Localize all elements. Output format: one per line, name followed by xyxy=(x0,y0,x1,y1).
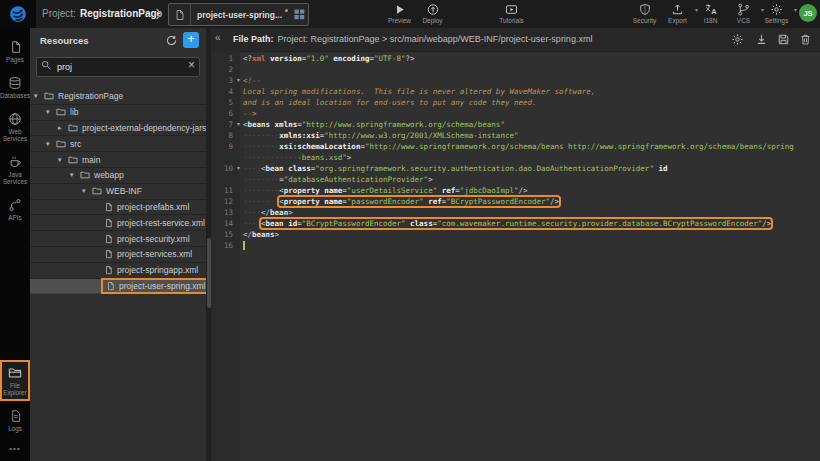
code-token: xsi:schemaLocation xyxy=(279,142,360,151)
chevron-down-icon xyxy=(794,6,797,13)
code-line[interactable]: 8 ········xmlns:xsi="http://www.w3.org/2… xyxy=(211,130,820,141)
more-options-button[interactable] xyxy=(0,440,30,457)
code-line[interactable]: 5 and is an ideal location for end-users… xyxy=(211,97,820,108)
tree-label: project-springapp.xml xyxy=(117,265,198,275)
code-line-content: ········="databaseAuthenticationProvider… xyxy=(240,174,433,185)
editor-settings-gear-icon[interactable] xyxy=(731,33,744,46)
i18n-button[interactable]: A I18N xyxy=(694,2,727,24)
code-token: bean xyxy=(270,208,288,217)
file-path-value: Project: RegistrationPage > src/main/web… xyxy=(278,34,593,44)
tree-expand-arrow[interactable]: ▾ xyxy=(70,171,80,179)
tree-row[interactable]: project-security.xml xyxy=(30,231,206,247)
code-line[interactable]: 11 ········<property name="userDetailsSe… xyxy=(211,185,820,196)
sidebar-item-web-services[interactable]: Web Services xyxy=(1,107,29,146)
settings-button[interactable]: Settings xyxy=(760,2,793,24)
code-token: > xyxy=(428,175,433,184)
collapse-panel-button[interactable] xyxy=(215,32,221,43)
gear-icon xyxy=(770,3,783,16)
code-line[interactable]: 12 ········<property name="passwordEncod… xyxy=(211,196,820,207)
tree-expand-arrow[interactable]: ▸ xyxy=(58,124,68,132)
resources-title: Resources xyxy=(40,35,89,46)
code-line[interactable]: 7 <beans xmlns="http://www.springframewo… xyxy=(211,119,820,130)
code-line[interactable]: 14 ····<bean id="BCryptPasswordEncoder" … xyxy=(211,218,820,229)
shield-icon xyxy=(639,3,651,16)
tree-row[interactable]: ▾ lib xyxy=(30,105,206,121)
tree-row[interactable]: ▾ WEB-INF xyxy=(30,184,206,200)
tree-row[interactable]: ▾ main xyxy=(30,152,206,168)
tree-expand-arrow[interactable]: ▾ xyxy=(46,108,56,116)
code-line[interactable]: 3 <!-- xyxy=(211,75,820,86)
code-line[interactable]: ········="databaseAuthenticationProvider… xyxy=(211,174,820,185)
tutorials-button[interactable]: Tutorials xyxy=(495,2,528,24)
sidebar-item-java-services[interactable]: Java Services xyxy=(1,150,29,189)
code-token: ?> xyxy=(406,54,415,63)
code-line-content: <?xml version="1.0" encoding="UTF-8"?> xyxy=(240,53,415,64)
file-icon xyxy=(104,249,113,259)
grid-icon[interactable] xyxy=(290,9,308,20)
search-input[interactable] xyxy=(36,57,200,77)
tree-row[interactable]: project-springapp.xml xyxy=(30,263,206,279)
save-icon[interactable] xyxy=(777,33,790,46)
deploy-button[interactable]: Deploy xyxy=(416,2,449,24)
code-token: class xyxy=(410,219,433,228)
line-number: 1 xyxy=(211,53,240,64)
tree-row[interactable]: ▸ project-external-dependency-jars xyxy=(30,121,206,137)
tab-project-user-spring[interactable]: project-user-spring... xyxy=(168,3,309,26)
code-line[interactable]: 6 --> xyxy=(211,108,820,119)
download-icon[interactable] xyxy=(755,33,768,46)
code-line[interactable]: 13 ····</bean> xyxy=(211,207,820,218)
fold-arrow-icon[interactable] xyxy=(237,119,240,130)
code-line[interactable]: 2 xyxy=(211,64,820,75)
line-number: 12 xyxy=(211,196,240,207)
sidebar-item-label: APIs xyxy=(8,214,21,221)
scrollbar-thumb[interactable] xyxy=(207,238,211,308)
user-avatar[interactable]: JS xyxy=(799,4,817,22)
sidebar-item-apis[interactable]: APIs xyxy=(1,193,29,225)
tree-row[interactable]: project-user-spring.xml xyxy=(30,279,206,295)
tree-row[interactable]: ▾ webapp xyxy=(30,168,206,184)
code-line[interactable]: 4 Local spring modifications. This file … xyxy=(211,86,820,97)
tree-row[interactable]: ▾ RegistrationPage xyxy=(30,89,206,105)
code-line[interactable]: 1 <?xml version="1.0" encoding="UTF-8"?> xyxy=(211,53,820,64)
sidebar-item-databases[interactable]: Databases xyxy=(1,71,29,103)
delete-icon[interactable] xyxy=(799,33,812,46)
code-line[interactable]: 10 ····<bean class="org.springframework.… xyxy=(211,163,820,174)
security-button[interactable]: Security xyxy=(628,2,661,24)
code-line[interactable]: 16 xyxy=(211,240,820,251)
code-token: encoding xyxy=(333,54,369,63)
tree-expand-arrow[interactable]: ▾ xyxy=(58,156,68,164)
play-icon xyxy=(394,3,406,16)
preview-button[interactable]: Preview xyxy=(383,2,416,24)
refresh-icon[interactable] xyxy=(165,34,178,47)
tree-row[interactable]: ▾ src xyxy=(30,136,206,152)
sidebar-item-logs[interactable]: Logs xyxy=(1,404,29,436)
code-token: ········ xyxy=(243,142,279,151)
tree-expand-arrow[interactable]: ▾ xyxy=(34,92,44,100)
code-line[interactable]: 9 ········xsi:schemaLocation="http://www… xyxy=(211,141,820,152)
tree-label: project-external-dependency-jars xyxy=(82,123,206,133)
tree-row[interactable]: project-rest-service.xml xyxy=(30,215,206,231)
tree-expand-arrow[interactable]: ▾ xyxy=(82,187,92,195)
fold-arrow-icon[interactable] xyxy=(237,163,240,174)
sidebar-item-pages[interactable]: Pages xyxy=(1,35,29,67)
tree-row[interactable]: project-prefabs.xml xyxy=(30,200,206,216)
code-line[interactable]: 15 </beans> xyxy=(211,229,820,240)
code-token: bean xyxy=(266,219,284,228)
add-resource-button[interactable] xyxy=(183,32,199,48)
wavemaker-logo[interactable] xyxy=(0,0,36,28)
code-line[interactable]: ············-beans.xsd"> xyxy=(211,152,820,163)
vcs-button[interactable]: VCS xyxy=(727,2,760,24)
code-token: "http://www.springframework.org/schema/b… xyxy=(302,120,505,129)
tree-row[interactable]: project-services.xml xyxy=(30,247,206,263)
fold-arrow-icon[interactable] xyxy=(237,75,240,86)
export-button[interactable]: Export xyxy=(661,2,694,24)
tree-label: project-prefabs.xml xyxy=(117,202,189,212)
sidebar-item-label: Java Services xyxy=(1,171,29,185)
clear-search-icon[interactable] xyxy=(188,58,195,72)
file-icon xyxy=(169,4,191,25)
project-name[interactable]: RegistrationPage xyxy=(80,8,162,19)
tutorials-label: Tutorials xyxy=(499,17,524,24)
sidebar-item-file-explorer[interactable]: File Explorer xyxy=(1,361,29,400)
code-editor[interactable]: 1 <?xml version="1.0" encoding="UTF-8"?>… xyxy=(211,51,820,461)
tree-expand-arrow[interactable]: ▾ xyxy=(46,140,56,148)
